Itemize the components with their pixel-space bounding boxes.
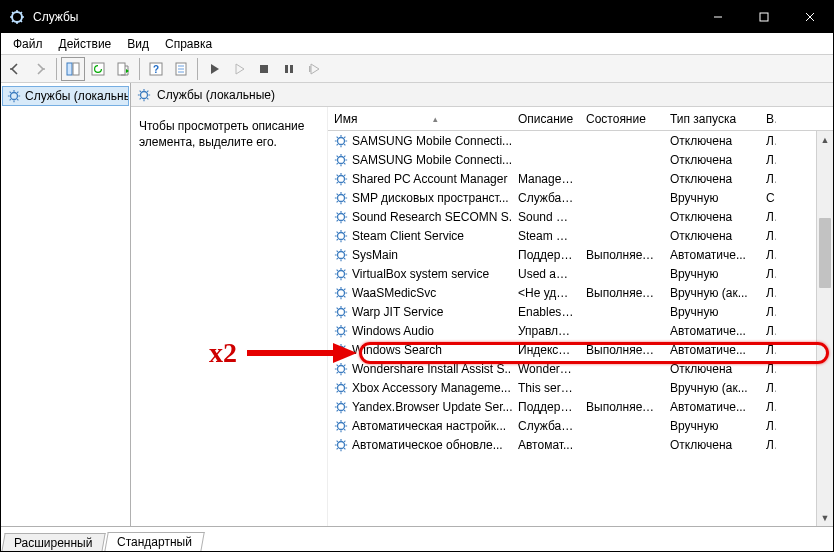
gear-icon <box>334 153 348 167</box>
service-row[interactable]: VirtualBox system serviceUsed as a...Вру… <box>328 264 833 283</box>
gear-icon <box>137 88 151 102</box>
column-name[interactable]: Имя ▴ <box>328 108 512 130</box>
service-name: VirtualBox system service <box>352 267 489 281</box>
service-row[interactable]: WaaSMedicSvc<Не удае...ВыполняетсяВручну… <box>328 283 833 302</box>
service-row[interactable]: Автоматическое обновле...Автомат...Отклю… <box>328 435 833 454</box>
column-account[interactable]: В <box>760 108 776 130</box>
close-button[interactable] <box>787 1 833 33</box>
pause-button[interactable] <box>277 57 301 81</box>
scrollbar-thumb[interactable] <box>819 218 831 288</box>
scroll-down-button[interactable]: ▼ <box>817 509 833 526</box>
scroll-up-button[interactable]: ▲ <box>817 131 833 148</box>
service-row[interactable]: Windows SearchИндекси...ВыполняетсяАвтом… <box>328 340 833 359</box>
svg-point-24 <box>338 308 345 315</box>
service-name: Yandex.Browser Update Ser... <box>352 400 512 414</box>
restart-service-button[interactable] <box>302 57 326 81</box>
column-description[interactable]: Описание <box>512 108 580 130</box>
service-state <box>580 137 664 145</box>
tree-root-services[interactable]: Службы (локальные) <box>3 87 128 105</box>
pause-service-button[interactable] <box>227 57 251 81</box>
menu-file[interactable]: Файл <box>5 35 51 53</box>
service-row[interactable]: SysMainПоддерж...ВыполняетсяАвтоматиче..… <box>328 245 833 264</box>
sort-indicator-icon: ▴ <box>365 114 506 124</box>
refresh-button[interactable] <box>86 57 110 81</box>
pane-header-label: Службы (локальные) <box>157 88 275 102</box>
gear-icon <box>334 400 348 414</box>
column-state[interactable]: Состояние <box>580 108 664 130</box>
service-row[interactable]: Steam Client ServiceSteam Cli...Отключен… <box>328 226 833 245</box>
service-description: Автомат... <box>512 434 580 456</box>
back-button[interactable] <box>3 57 27 81</box>
forward-button[interactable] <box>28 57 52 81</box>
svg-point-31 <box>338 441 345 448</box>
start-service-button[interactable] <box>202 57 226 81</box>
maximize-button[interactable] <box>741 1 787 33</box>
gear-icon <box>334 172 348 186</box>
view-tabs: Расширенный Стандартный <box>1 527 833 551</box>
service-description <box>512 137 580 145</box>
list-header: Имя ▴ Описание Состояние Тип запуска В <box>328 107 833 131</box>
svg-rect-11 <box>290 65 293 73</box>
menubar: Файл Действие Вид Справка <box>1 33 833 55</box>
service-list[interactable]: SAMSUNG Mobile Connecti...ОтключенаЛSAMS… <box>328 131 833 526</box>
vertical-scrollbar[interactable]: ▲ ▼ <box>816 131 833 526</box>
stop-service-button[interactable] <box>252 57 276 81</box>
service-startup: Отключена <box>664 434 760 456</box>
titlebar: Службы <box>1 1 833 33</box>
svg-rect-2 <box>67 63 72 75</box>
properties-button[interactable] <box>169 57 193 81</box>
service-name: Wondershare Install Assist S... <box>352 362 512 376</box>
minimize-button[interactable] <box>695 1 741 33</box>
service-row[interactable]: Автоматическая настройк...Служба ...Вруч… <box>328 416 833 435</box>
svg-point-0 <box>12 12 22 22</box>
service-row[interactable]: SMP дисковых пространст...Служба ...Вруч… <box>328 188 833 207</box>
service-row[interactable]: Warp JIT ServiceEnables JI...ВручнуюЛ <box>328 302 833 321</box>
gear-icon <box>334 343 348 357</box>
tab-extended[interactable]: Расширенный <box>1 533 105 552</box>
svg-rect-10 <box>285 65 288 73</box>
svg-point-14 <box>141 91 148 98</box>
toolbar: ? <box>1 55 833 83</box>
svg-text:?: ? <box>153 64 159 75</box>
svg-point-21 <box>338 251 345 258</box>
svg-point-16 <box>338 156 345 163</box>
service-name: SMP дисковых пространст... <box>352 191 509 205</box>
service-state <box>580 365 664 373</box>
gear-icon <box>334 248 348 262</box>
service-row[interactable]: Wondershare Install Assist S...Wonders..… <box>328 359 833 378</box>
svg-point-29 <box>338 403 345 410</box>
service-row[interactable]: SAMSUNG Mobile Connecti...ОтключенаЛ <box>328 131 833 150</box>
service-name: Автоматическая настройк... <box>352 419 506 433</box>
menu-view[interactable]: Вид <box>119 35 157 53</box>
service-state: Выполняется <box>580 396 664 418</box>
services-icon <box>9 9 25 25</box>
menu-action[interactable]: Действие <box>51 35 120 53</box>
column-startup[interactable]: Тип запуска <box>664 108 760 130</box>
service-state: Выполняется <box>580 282 664 304</box>
gear-icon <box>334 229 348 243</box>
show-hide-tree-button[interactable] <box>61 57 85 81</box>
svg-point-17 <box>338 175 345 182</box>
service-row[interactable]: Windows AudioУправле...Автоматиче...Л <box>328 321 833 340</box>
svg-point-13 <box>11 93 18 100</box>
service-row[interactable]: Sound Research SECOMN S...Sound Re...Отк… <box>328 207 833 226</box>
service-description <box>512 156 580 164</box>
help-button[interactable]: ? <box>144 57 168 81</box>
gear-icon <box>334 362 348 376</box>
service-row[interactable]: Yandex.Browser Update Ser...Поддерж...Вы… <box>328 397 833 416</box>
menu-help[interactable]: Справка <box>157 35 220 53</box>
service-state <box>580 232 664 240</box>
export-button[interactable] <box>111 57 135 81</box>
description-pane: Чтобы просмотреть описание элемента, выд… <box>131 107 327 526</box>
service-state <box>580 422 664 430</box>
svg-point-22 <box>338 270 345 277</box>
scrollbar-track[interactable] <box>817 148 833 509</box>
tab-standard[interactable]: Стандартный <box>104 532 204 552</box>
service-row[interactable]: SAMSUNG Mobile Connecti...ОтключенаЛ <box>328 150 833 169</box>
separator <box>139 58 140 80</box>
service-row[interactable]: Xbox Accessory Manageme...This servi...В… <box>328 378 833 397</box>
svg-point-20 <box>338 232 345 239</box>
service-name: SAMSUNG Mobile Connecti... <box>352 153 512 167</box>
service-row[interactable]: Shared PC Account ManagerManages ...Откл… <box>328 169 833 188</box>
service-name: Windows Search <box>352 343 442 357</box>
